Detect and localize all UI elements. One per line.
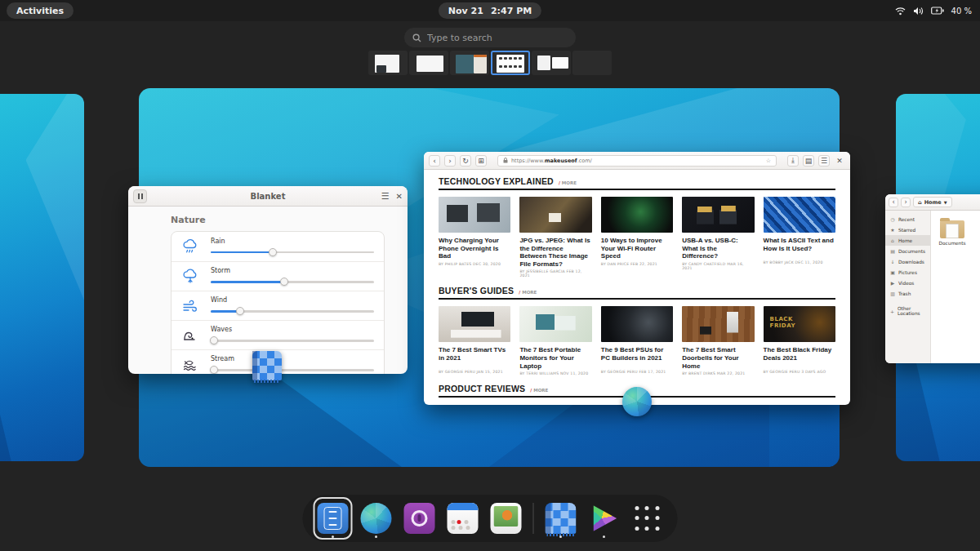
reload-icon[interactable]: ↻ — [460, 155, 471, 167]
pictures-icon: ▣ — [890, 269, 895, 275]
sidebar-item-starred[interactable]: ★Starred — [885, 224, 930, 235]
files-window[interactable]: ‹ › ⌂ Home ▼ ◷Recent ★Starred ⌂Home ▤Doc… — [885, 194, 980, 363]
sound-row-waves[interactable]: Waves — [172, 320, 384, 349]
workspace-switcher[interactable] — [368, 51, 612, 75]
path-label: Home — [924, 199, 942, 206]
sidebar-item-pictures[interactable]: ▣Pictures — [885, 267, 930, 278]
article-card[interactable]: The 9 Best PSUs for PC Builders in 2021 … — [601, 306, 673, 375]
workspace-preview-left[interactable] — [0, 94, 84, 461]
forward-icon[interactable]: › — [444, 155, 456, 167]
sound-row-rain[interactable]: Rain — [172, 232, 384, 261]
new-tab-icon[interactable]: ⊞ — [475, 155, 487, 167]
running-indicator — [603, 535, 605, 538]
close-icon[interactable]: ✕ — [396, 191, 403, 202]
folder-icon — [940, 220, 964, 238]
article-card[interactable]: Why Charging Your Phone Overnight Is Bad… — [439, 197, 510, 278]
dock-item-photos[interactable] — [488, 498, 525, 539]
waves-volume-slider[interactable] — [211, 336, 374, 344]
reading-list-icon[interactable]: ▤ — [803, 155, 814, 167]
workspace-thumbnail-5[interactable] — [532, 51, 571, 75]
menu-icon[interactable]: ☰ — [381, 191, 390, 202]
sidebar-item-videos[interactable]: ▶Videos — [885, 278, 930, 288]
path-bar[interactable]: ⌂ Home ▼ — [913, 197, 952, 207]
files-sidebar: ◷Recent ★Starred ⌂Home ▤Documents ↓Downl… — [885, 211, 931, 363]
blanket-titlebar[interactable]: Blanket ☰ ✕ — [128, 186, 408, 207]
sidebar-item-documents[interactable]: ▤Documents — [885, 246, 930, 256]
url-bar[interactable]: https://www.makeuseof.com/ ☆ — [497, 155, 777, 167]
search-bar[interactable] — [403, 27, 577, 48]
files-toolbar[interactable]: ‹ › ⌂ Home ▼ — [885, 194, 980, 211]
back-icon[interactable]: ‹ — [429, 155, 440, 167]
article-card[interactable]: JPG vs. JPEG: What Is the Difference Bet… — [519, 197, 591, 278]
dock-item-files[interactable] — [314, 498, 352, 539]
dock-item-calendar[interactable] — [444, 498, 482, 539]
article-card[interactable]: 10 Ways to Improve Your Wi-Fi Router Spe… — [601, 197, 673, 278]
article-card[interactable]: What Is ASCII Text and How Is It Used? B… — [764, 197, 835, 278]
workspace-thumbnail-3[interactable] — [450, 51, 489, 75]
dock-item-password-safe[interactable] — [401, 498, 439, 539]
browser-toolbar[interactable]: ‹ › ↻ ⊞ https://www.makeuseof.com/ ☆ ⤓ ▤… — [424, 152, 850, 170]
article-card[interactable]: USB-A vs. USB-C: What Is the Difference?… — [682, 197, 754, 278]
pause-playback-button[interactable] — [133, 189, 147, 203]
slider-knob[interactable] — [269, 248, 277, 256]
system-tray[interactable]: 40 % — [895, 0, 972, 21]
slider-knob[interactable] — [280, 278, 288, 286]
volume-icon — [913, 7, 924, 16]
battery-icon — [931, 7, 944, 15]
sound-row-wind[interactable]: Wind — [172, 291, 384, 320]
web-app-badge-icon[interactable] — [622, 387, 652, 416]
sound-name: Storm — [211, 267, 374, 274]
workspace-thumbnail-1[interactable] — [368, 51, 408, 75]
dock-item-web[interactable] — [358, 498, 395, 539]
trash-icon: ▥ — [890, 291, 895, 296]
forward-icon[interactable]: › — [901, 198, 911, 207]
back-icon[interactable]: ‹ — [889, 198, 898, 207]
stream-volume-slider[interactable] — [211, 366, 374, 374]
downloads-icon[interactable]: ⤓ — [787, 155, 799, 167]
section-header-buyers-guides[interactable]: BUYER'S GUIDES MORE — [439, 286, 835, 300]
article-card[interactable]: The 7 Best Smart Doorbells for Your Home… — [682, 306, 754, 375]
article-card[interactable]: The 7 Best Portable Monitors for Your La… — [519, 306, 591, 375]
storm-volume-slider[interactable] — [211, 278, 374, 286]
slider-knob[interactable] — [236, 307, 244, 315]
rain-volume-slider[interactable] — [211, 248, 374, 256]
clock-button[interactable]: Nov 21 2:47 PM — [439, 2, 541, 19]
more-link[interactable]: MORE — [519, 290, 537, 295]
close-icon[interactable]: ✕ — [834, 155, 845, 167]
sidebar-item-trash[interactable]: ▥Trash — [885, 288, 930, 299]
workspace-thumbnail-4-active[interactable] — [491, 51, 530, 75]
dock-item-clapper[interactable] — [586, 498, 623, 539]
dock-item-show-applications[interactable] — [629, 498, 666, 539]
section-header-technology-explained[interactable]: TECHNOLOGY EXPLAINED MORE — [439, 176, 835, 190]
folder-documents[interactable]: Documents — [938, 220, 967, 353]
article-row: The 7 Best Smart TVs in 2021 BY GEORGIE … — [439, 306, 835, 375]
dock-item-blanket[interactable] — [542, 498, 580, 539]
clock-date: Nov 21 — [448, 6, 483, 16]
wind-volume-slider[interactable] — [211, 307, 374, 315]
photos-app-icon — [491, 503, 522, 534]
article-card[interactable]: The 7 Best Smart TVs in 2021 BY GEORGIE … — [439, 306, 510, 375]
slider-knob[interactable] — [210, 336, 218, 344]
sidebar-item-other-locations[interactable]: +Other Locations — [885, 304, 930, 318]
sidebar-item-home[interactable]: ⌂Home — [885, 235, 930, 246]
activities-button[interactable]: Activities — [7, 2, 74, 19]
sound-row-storm[interactable]: Storm — [172, 261, 384, 291]
blanket-app-badge-icon[interactable] — [252, 351, 282, 380]
browser-window[interactable]: ‹ › ↻ ⊞ https://www.makeuseof.com/ ☆ ⤓ ▤… — [424, 152, 850, 405]
blanket-window[interactable]: Blanket ☰ ✕ Nature Rain — [128, 186, 408, 374]
search-input[interactable] — [427, 33, 558, 43]
article-card[interactable]: BLACK FRIDAY The Best Black Friday Deals… — [764, 306, 835, 375]
sidebar-item-downloads[interactable]: ↓Downloads — [885, 256, 930, 267]
workspace-thumbnail-6[interactable] — [572, 51, 612, 75]
slider-knob[interactable] — [210, 366, 218, 374]
more-link[interactable]: MORE — [559, 180, 577, 185]
workspace-thumbnail-2[interactable] — [409, 51, 448, 75]
more-link[interactable]: MORE — [530, 388, 548, 393]
menu-icon[interactable]: ☰ — [818, 155, 830, 167]
sidebar-item-recent[interactable]: ◷Recent — [885, 214, 930, 224]
files-content: Documents Templates — [931, 211, 980, 363]
bookmark-star-icon[interactable]: ☆ — [766, 158, 771, 164]
web-browser-app-icon — [361, 503, 392, 534]
article-image — [439, 197, 510, 233]
chevron-down-icon: ▼ — [944, 200, 947, 205]
